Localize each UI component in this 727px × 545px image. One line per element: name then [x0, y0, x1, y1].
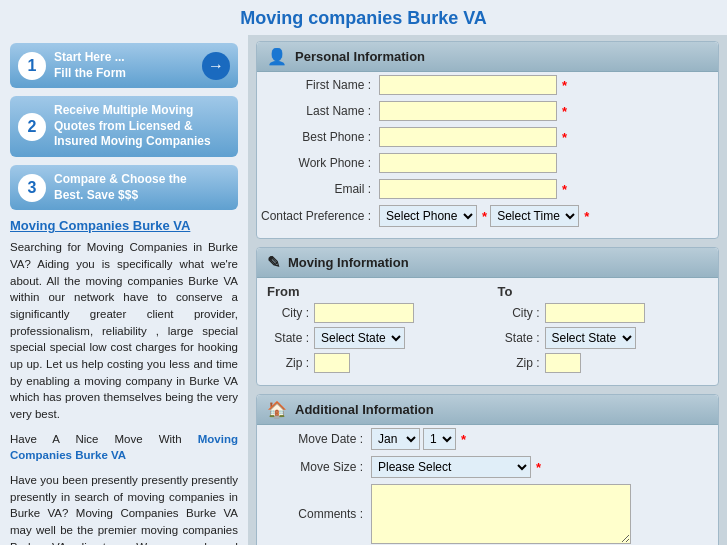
from-zip-row: Zip :	[267, 353, 478, 373]
contact-pref-label: Contact Preference :	[257, 202, 375, 230]
move-size-required: *	[536, 460, 541, 475]
moving-grid: From City : State : Select State VAMDDC …	[257, 278, 718, 377]
comments-label: Comments :	[257, 481, 367, 545]
step3-text: Compare & Choose the Best. Save $$$	[54, 172, 230, 203]
move-date-input-cell: Jan FebMarAprMay JunJulAugSep OctNovDec …	[371, 428, 714, 450]
move-size-dropdown[interactable]: Please Select Studio 1 Bedroom 2 Bedroom…	[371, 456, 531, 478]
to-city-label: City :	[498, 306, 540, 320]
first-name-input-cell: *	[379, 75, 714, 95]
contact-pref-row: Contact Preference : Select Phone Home W…	[257, 202, 718, 230]
move-size-input-cell: Please Select Studio 1 Bedroom 2 Bedroom…	[371, 456, 714, 478]
email-label: Email :	[257, 176, 375, 202]
contact-phone-required: *	[482, 209, 487, 224]
personal-form-table: First Name : * Last Name : *	[257, 72, 718, 230]
step3-number: 3	[18, 174, 46, 202]
move-month-dropdown[interactable]: Jan FebMarAprMay JunJulAugSep OctNovDec	[371, 428, 420, 450]
move-date-required: *	[461, 432, 466, 447]
to-zip-row: Zip :	[498, 353, 709, 373]
sidebar-para2-plain: Have A Nice Move With	[10, 433, 198, 445]
step1-number: 1	[18, 52, 46, 80]
moving-info-section: ✎ Moving Information From City : State :…	[256, 247, 719, 386]
email-input[interactable]	[379, 179, 557, 199]
additional-info-section: 🏠 Additional Information Move Date : Jan…	[256, 394, 719, 545]
to-zip-label: Zip :	[498, 356, 540, 370]
select-phone-dropdown[interactable]: Select Phone Home Work Cell	[379, 205, 477, 227]
step3-box: 3 Compare & Choose the Best. Save $$$	[10, 165, 238, 210]
step1-line2: Fill the Form	[54, 66, 126, 80]
from-zip-input[interactable]	[314, 353, 350, 373]
additional-header-label: Additional Information	[295, 402, 434, 417]
to-city-input[interactable]	[545, 303, 645, 323]
moving-to-col: To City : State : Select State VAMDDC Zi…	[498, 284, 709, 377]
step3-line2-bold: Save $$$	[87, 188, 138, 202]
last-name-input[interactable]	[379, 101, 557, 121]
moving-info-header: ✎ Moving Information	[257, 248, 718, 278]
step3-line2-plain: Best.	[54, 188, 87, 202]
additional-icon: 🏠	[267, 400, 287, 419]
to-zip-input[interactable]	[545, 353, 581, 373]
from-zip-label: Zip :	[267, 356, 309, 370]
page-title: Moving companies Burke VA	[0, 0, 727, 35]
personal-icon: 👤	[267, 47, 287, 66]
email-input-cell: *	[379, 179, 714, 199]
from-state-dropdown[interactable]: Select State VAMDDC	[314, 327, 405, 349]
best-phone-row: Best Phone : *	[257, 124, 718, 150]
first-name-input[interactable]	[379, 75, 557, 95]
email-row: Email : *	[257, 176, 718, 202]
first-name-required: *	[562, 78, 567, 93]
comments-textarea[interactable]	[371, 484, 631, 544]
best-phone-input-cell: *	[379, 127, 714, 147]
additional-form-table: Move Date : Jan FebMarAprMay JunJulAugSe…	[257, 425, 718, 545]
move-size-row: Move Size : Please Select Studio 1 Bedro…	[257, 453, 718, 481]
work-phone-label: Work Phone :	[257, 150, 375, 176]
from-state-row: State : Select State VAMDDC	[267, 327, 478, 349]
step2-text: Receive Multiple Moving Quotes from Lice…	[54, 103, 230, 150]
to-city-row: City :	[498, 303, 709, 323]
to-state-dropdown[interactable]: Select State VAMDDC	[545, 327, 636, 349]
work-phone-row: Work Phone :	[257, 150, 718, 176]
move-date-label: Move Date :	[257, 425, 367, 453]
sidebar-para3: Have you been presently presently presen…	[10, 472, 238, 545]
from-city-row: City :	[267, 303, 478, 323]
step2-box: 2 Receive Multiple Moving Quotes from Li…	[10, 96, 238, 157]
move-date-row: Move Date : Jan FebMarAprMay JunJulAugSe…	[257, 425, 718, 453]
last-name-required: *	[562, 104, 567, 119]
from-city-input[interactable]	[314, 303, 414, 323]
moving-from-col: From City : State : Select State VAMDDC …	[267, 284, 478, 377]
moving-icon: ✎	[267, 253, 280, 272]
from-city-label: City :	[267, 306, 309, 320]
from-state-label: State :	[267, 331, 309, 345]
step2-line1: Receive Multiple Moving	[54, 103, 193, 117]
step1-text: Start Here ... Fill the Form	[54, 50, 196, 81]
step1-arrow: →	[202, 52, 230, 80]
comments-row: Comments :	[257, 481, 718, 545]
last-name-label: Last Name :	[257, 98, 375, 124]
sidebar-link[interactable]: Moving Companies Burke VA	[10, 218, 238, 233]
step2-line2: Quotes from Licensed &	[54, 119, 193, 133]
work-phone-input-cell	[379, 153, 714, 173]
first-name-label: First Name :	[257, 72, 375, 98]
best-phone-input[interactable]	[379, 127, 557, 147]
from-label: From	[267, 284, 478, 299]
step2-number: 2	[18, 113, 46, 141]
step1-box: 1 Start Here ... Fill the Form →	[10, 43, 238, 88]
personal-header-label: Personal Information	[295, 49, 425, 64]
to-label: To	[498, 284, 709, 299]
move-size-label: Move Size :	[257, 453, 367, 481]
sidebar: 1 Start Here ... Fill the Form → 2 Recei…	[0, 35, 248, 545]
best-phone-required: *	[562, 130, 567, 145]
email-required: *	[562, 182, 567, 197]
step3-line1: Compare & Choose the	[54, 172, 187, 186]
personal-info-section: 👤 Personal Information First Name : * La…	[256, 41, 719, 239]
move-day-dropdown[interactable]: 1 2345	[423, 428, 456, 450]
form-panel: 👤 Personal Information First Name : * La…	[248, 35, 727, 545]
work-phone-input[interactable]	[379, 153, 557, 173]
sidebar-para1: Searching for Moving Companies in Burke …	[10, 239, 238, 422]
to-state-label: State :	[498, 331, 540, 345]
step1-line1: Start Here ...	[54, 50, 125, 64]
select-time-dropdown[interactable]: Select Time Morning Afternoon Evening	[490, 205, 579, 227]
moving-header-label: Moving Information	[288, 255, 409, 270]
additional-info-header: 🏠 Additional Information	[257, 395, 718, 425]
last-name-input-cell: *	[379, 101, 714, 121]
sidebar-para2: Have A Nice Move With Moving Companies B…	[10, 431, 238, 464]
